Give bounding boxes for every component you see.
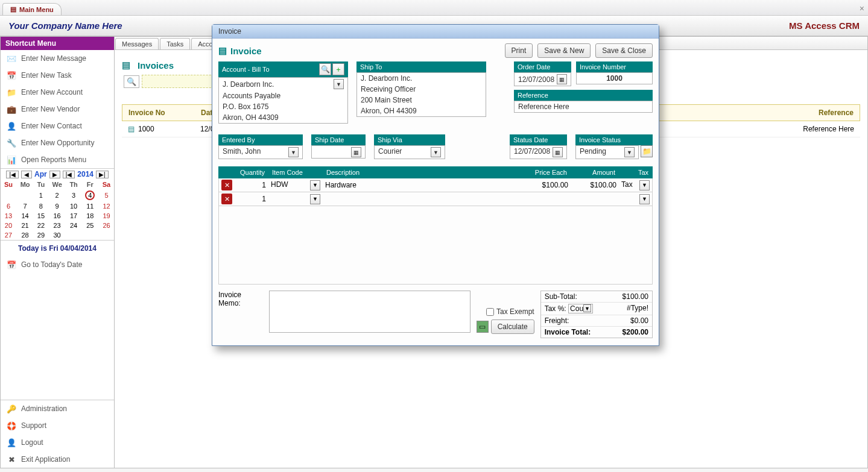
cell-price[interactable]	[522, 198, 571, 200]
goto-today[interactable]: 📅 Go to Today's Date	[1, 256, 114, 273]
sidebar-item-4[interactable]: 👤Enter New Contact	[1, 118, 114, 134]
cal-day[interactable]: 6	[1, 201, 16, 211]
sidebar-bottom-item-3[interactable]: ✖Exit Application	[1, 451, 114, 468]
cell-code[interactable]	[271, 194, 310, 204]
dialog-title: Invoice	[212, 25, 659, 39]
add-icon[interactable]: ＋	[332, 63, 344, 75]
dropdown-icon[interactable]: ▼	[639, 194, 650, 204]
cal-day[interactable]: 10	[66, 201, 81, 211]
sidebar-item-0[interactable]: ✉️Enter New Message	[1, 50, 114, 67]
save-close-button[interactable]: Save & Close	[595, 43, 653, 58]
grid-header: Quantity Item Code Description Price Eac…	[218, 166, 653, 178]
sidebar-bottom-item-1[interactable]: 🛟Support	[1, 417, 114, 434]
cell-qty[interactable]: 1	[232, 194, 268, 204]
tab-messages[interactable]: Messages	[115, 38, 159, 49]
sidebar-icon: ✉️	[7, 54, 16, 63]
total-value: $200.00	[622, 328, 648, 336]
taxpct-select[interactable]: Cou	[570, 304, 583, 313]
close-icon[interactable]: ×	[860, 4, 864, 13]
dropdown-icon[interactable]: ▼	[624, 147, 635, 157]
calendar-icon[interactable]: ▦	[351, 147, 361, 157]
sidebar-item-3[interactable]: 💼Enter New Vendor	[1, 101, 114, 118]
cal-day[interactable]: 28	[16, 230, 34, 240]
cal-day[interactable]: 20	[1, 221, 16, 230]
dropdown-icon[interactable]: ▼	[310, 180, 320, 190]
cal-day[interactable]: 18	[81, 211, 100, 221]
cal-day[interactable]: 11	[81, 201, 100, 211]
cell-code[interactable]: HDW	[271, 180, 310, 190]
sidebar-item-label: Enter New Message	[21, 54, 86, 63]
cal-day[interactable]: 22	[34, 221, 48, 230]
cal-day[interactable]: 24	[66, 221, 81, 230]
cal-day[interactable]: 5	[99, 189, 114, 201]
sidebar-item-2[interactable]: 📁Enter New Account	[1, 84, 114, 101]
dropdown-icon[interactable]: ▼	[583, 304, 591, 312]
dropdown-icon[interactable]: ▼	[310, 194, 320, 204]
cal-day[interactable]: 16	[48, 211, 66, 221]
sidebar-item-label: Enter New Opportunity	[21, 139, 94, 147]
cal-day[interactable]: 9	[48, 201, 66, 211]
cal-prev-year[interactable]: |◀	[6, 171, 19, 178]
dropdown-icon[interactable]: ▼	[639, 180, 650, 190]
ship-to-line1: J. Dearborn Inc.	[357, 73, 486, 84]
reference-value[interactable]: Reference Here	[514, 101, 653, 113]
cal-day[interactable]: 3	[66, 189, 81, 201]
save-new-button[interactable]: Save & New	[537, 43, 591, 58]
cal-day[interactable]: 13	[1, 211, 16, 221]
sidebar-item-6[interactable]: 📊Open Reports Menu	[1, 151, 114, 168]
tax-exempt-checkbox[interactable]: Tax Exempt	[486, 307, 534, 316]
cal-day[interactable]: 8	[34, 201, 48, 211]
lookup-icon[interactable]: 🔍	[319, 63, 331, 75]
grid-row[interactable]: ✕1HDW▼Hardware$100.00$100.00Tax▼	[218, 178, 653, 192]
ship-date-value[interactable]	[315, 147, 351, 157]
cal-day[interactable]: 17	[66, 211, 81, 221]
cal-day[interactable]: 23	[48, 221, 66, 230]
cell-tax[interactable]	[621, 194, 639, 204]
cal-day[interactable]: 2	[48, 189, 66, 201]
sidebar-bottom-item-2[interactable]: 👤Logout	[1, 434, 114, 451]
memo-input[interactable]	[269, 291, 470, 333]
cal-day[interactable]: 26	[99, 221, 114, 230]
cal-day[interactable]: 15	[34, 211, 48, 221]
cal-day[interactable]: 12	[99, 201, 114, 211]
calculate-button[interactable]: Calculate	[491, 319, 534, 334]
cal-day[interactable]: 1	[34, 189, 48, 201]
sidebar-bottom-item-0[interactable]: 🔑Administration	[1, 400, 114, 417]
cal-day[interactable]: 25	[81, 221, 100, 230]
app-tab-main-menu[interactable]: ▤ Main Menu	[2, 3, 62, 15]
cal-day[interactable]: 19	[99, 211, 114, 221]
cal-day[interactable]: 14	[16, 211, 34, 221]
dropdown-icon[interactable]: ▼	[431, 147, 441, 157]
cell-desc[interactable]	[323, 198, 522, 200]
dropdown-icon[interactable]: ▼	[288, 147, 299, 157]
delete-row-icon[interactable]: ✕	[221, 180, 232, 190]
folder-icon[interactable]: 📁	[641, 145, 653, 157]
print-button[interactable]: Print	[505, 43, 533, 58]
cal-next-year[interactable]: ▶|	[96, 171, 109, 178]
freight-value: $0.00	[630, 316, 648, 325]
cal-next-month[interactable]: ▶	[49, 171, 60, 178]
cell-qty[interactable]: 1	[232, 180, 268, 190]
cal-day[interactable]: 4	[81, 189, 100, 201]
sidebar-item-1[interactable]: 📅Enter New Task	[1, 67, 114, 84]
grid-row[interactable]: ✕1▼▼	[218, 192, 653, 206]
calendar-icon[interactable]: ▦	[557, 74, 567, 84]
cal-day[interactable]: 30	[48, 230, 66, 240]
cal-day[interactable]: 7	[16, 201, 34, 211]
cell-tax[interactable]: Tax	[621, 180, 639, 190]
cal-prev-year-2[interactable]: |◀	[63, 171, 75, 178]
calendar-icon[interactable]: ▦	[553, 147, 563, 157]
dropdown-icon[interactable]: ▼	[334, 79, 344, 89]
search-icon[interactable]: 🔍	[124, 75, 139, 88]
search-input[interactable]	[142, 75, 220, 88]
delete-row-icon[interactable]: ✕	[221, 194, 232, 204]
cal-day[interactable]: 29	[34, 230, 48, 240]
tab-tasks[interactable]: Tasks	[160, 38, 190, 49]
cal-day[interactable]: 21	[16, 221, 34, 230]
cal-prev-month[interactable]: ◀	[21, 171, 32, 178]
sidebar-item-5[interactable]: 🔧Enter New Opportunity	[1, 134, 114, 151]
cell-desc[interactable]: Hardware	[323, 180, 522, 190]
ship-to-line4: Akron, OH 44309	[357, 105, 486, 116]
cal-day[interactable]: 27	[1, 230, 16, 240]
cell-price[interactable]: $100.00	[522, 180, 571, 190]
